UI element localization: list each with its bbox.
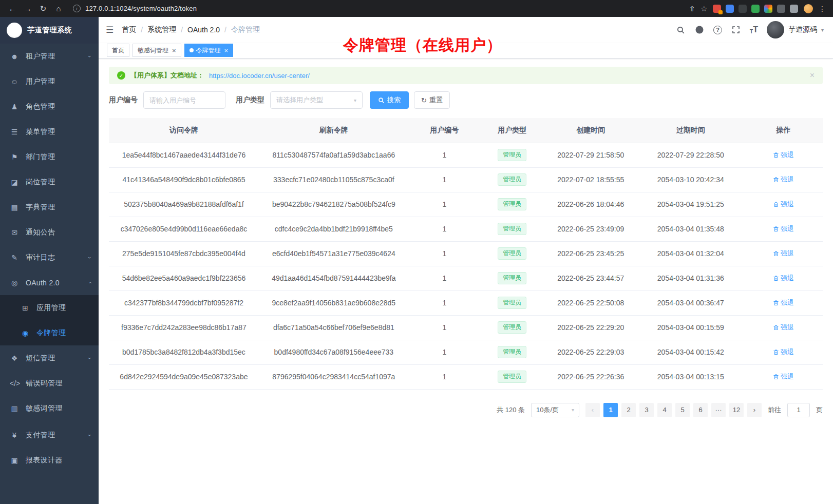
- extension-icon-dark-sphere[interactable]: [739, 5, 747, 13]
- sidebar-item-error-code[interactable]: </>错误码管理: [0, 371, 99, 396]
- search-icon: [378, 97, 385, 104]
- extension-icon-green-circle[interactable]: [751, 5, 760, 13]
- force-logout-button[interactable]: 强退: [773, 224, 794, 234]
- search-icon[interactable]: [675, 25, 686, 35]
- tab-token[interactable]: 令牌管理×: [184, 44, 234, 57]
- goto-page-input[interactable]: [787, 403, 810, 417]
- sidebar-item-user[interactable]: ☺用户管理: [0, 69, 99, 94]
- prev-page-button[interactable]: ‹: [585, 403, 600, 417]
- force-logout-button[interactable]: 强退: [773, 249, 794, 258]
- bookmark-star-icon[interactable]: ☆: [701, 5, 707, 13]
- page-button-3[interactable]: 3: [639, 403, 654, 417]
- address-bar[interactable]: i 127.0.0.1:1024/system/oauth2/token: [67, 2, 686, 15]
- browser-extensions: [713, 5, 798, 13]
- browser-forward-button[interactable]: →: [21, 2, 35, 15]
- breadcrumb-separator: /: [181, 26, 183, 34]
- page-button-1[interactable]: 1: [603, 403, 618, 417]
- access-token-cell: 1ea5e44f8bc1467aaede43144f31de76: [109, 143, 259, 167]
- app-logo-block[interactable]: 芋道管理系统: [0, 17, 99, 44]
- extension-icon-puzzle[interactable]: [777, 5, 785, 13]
- doc-link[interactable]: https://doc.iocoder.cn/user-center/: [209, 72, 310, 80]
- page-button-2[interactable]: 2: [621, 403, 636, 417]
- extension-icon-blue-drop[interactable]: [726, 5, 734, 13]
- breadcrumb-item[interactable]: 首页: [122, 25, 136, 34]
- breadcrumb-item[interactable]: OAuth 2.0: [187, 26, 220, 34]
- refresh-token-cell: be90422b8c7946218275a508bf524fc9: [259, 192, 409, 217]
- fullscreen-icon[interactable]: [731, 25, 741, 35]
- force-logout-button[interactable]: 强退: [773, 347, 794, 357]
- tab-label: 敏感词管理: [138, 46, 168, 55]
- trash-icon: [773, 177, 779, 183]
- sidebar-item-audit-log[interactable]: ✎审计日志›: [0, 245, 99, 270]
- access-token-cell: c342377bf8b344799dcbf7bf095287f2: [109, 290, 259, 315]
- sidebar-item-post[interactable]: ◪岗位管理: [0, 169, 99, 195]
- column-header: 用户编号: [409, 118, 480, 143]
- browser-profile-avatar[interactable]: [804, 4, 813, 13]
- font-size-icon[interactable]: TT: [750, 25, 758, 34]
- sidebar-item-sensitive-word[interactable]: ▥敏感词管理: [0, 396, 99, 421]
- site-info-icon[interactable]: i: [73, 5, 81, 12]
- user-id-cell: 1: [409, 217, 480, 241]
- page-size-select[interactable]: 10条/页 ▾: [531, 403, 579, 417]
- error-code-icon: </>: [10, 379, 19, 387]
- extension-icon-red-grid[interactable]: [713, 5, 721, 13]
- sidebar-menu: ☻租户管理›☺用户管理♟角色管理☰菜单管理⚑部门管理◪岗位管理▤字典管理✉通知公…: [0, 44, 99, 473]
- user-id-input[interactable]: [143, 91, 225, 109]
- active-tab-dot-icon: [190, 48, 194, 52]
- sidebar-item-menu[interactable]: ☰菜单管理: [0, 119, 99, 144]
- share-icon[interactable]: ⇧: [689, 5, 695, 13]
- breadcrumb-item[interactable]: 系统管理: [147, 25, 176, 34]
- sidebar-item-notice[interactable]: ✉通知公告: [0, 220, 99, 245]
- reset-button[interactable]: ↻ 重置: [414, 91, 450, 109]
- access-token-cell: c347026e805e4d99b0d116eae66eda8c: [109, 217, 259, 241]
- close-icon[interactable]: ×: [224, 47, 229, 54]
- sidebar-item-tenant[interactable]: ☻租户管理›: [0, 44, 99, 69]
- help-icon[interactable]: ?: [713, 26, 722, 34]
- sidebar-item-payment[interactable]: ¥支付管理›: [0, 422, 99, 448]
- sidebar-item-dict[interactable]: ▤字典管理: [0, 195, 99, 220]
- close-icon[interactable]: ×: [172, 47, 176, 54]
- sidebar-item-app-mgmt[interactable]: ⊞应用管理: [0, 295, 99, 320]
- sidebar-item-report-designer[interactable]: ▣报表设计器: [0, 448, 99, 473]
- chevron-down-icon: ›: [87, 434, 93, 436]
- more-pages-button[interactable]: ···: [711, 403, 726, 417]
- browser-home-button[interactable]: ⌂: [51, 2, 66, 15]
- alert-close-icon[interactable]: ×: [810, 71, 815, 80]
- sidebar-item-dept[interactable]: ⚑部门管理: [0, 144, 99, 169]
- page-button-4[interactable]: 4: [657, 403, 672, 417]
- github-icon[interactable]: [694, 25, 705, 35]
- user-type-badge: 管理员: [498, 297, 526, 309]
- sidebar-item-oauth2[interactable]: ◎OAuth 2.0›: [0, 270, 99, 295]
- browser-menu-icon[interactable]: ⋮: [819, 5, 826, 13]
- column-header: 访问令牌: [109, 118, 259, 143]
- search-button[interactable]: 搜索: [370, 91, 409, 109]
- extension-icon-side-panel[interactable]: [790, 5, 798, 13]
- force-logout-button[interactable]: 强退: [773, 323, 794, 332]
- next-page-button[interactable]: ›: [747, 403, 762, 417]
- force-logout-button[interactable]: 强退: [773, 175, 794, 184]
- action-cell: 强退: [744, 266, 823, 290]
- page-button-6[interactable]: 6: [693, 403, 708, 417]
- page-button-5[interactable]: 5: [675, 403, 690, 417]
- force-logout-button[interactable]: 强退: [773, 274, 794, 283]
- force-logout-button[interactable]: 强退: [773, 150, 794, 160]
- sidebar-item-token-mgmt[interactable]: ◉令牌管理: [0, 320, 99, 345]
- sidebar-item-role[interactable]: ♟角色管理: [0, 94, 99, 119]
- browser-reload-button[interactable]: ↻: [36, 2, 50, 15]
- browser-back-button[interactable]: ←: [5, 2, 20, 15]
- action-cell: 强退: [744, 143, 823, 167]
- topbar-actions: ? TT 芋道源码 ▾: [675, 21, 824, 38]
- force-logout-button[interactable]: 强退: [773, 200, 794, 209]
- force-logout-button[interactable]: 强退: [773, 298, 794, 307]
- user-type-select[interactable]: 请选择用户类型 ▾: [270, 91, 363, 109]
- trash-icon: [773, 324, 779, 331]
- user-id-cell: 1: [409, 167, 480, 192]
- extension-icon-rainbow[interactable]: [764, 5, 772, 13]
- tab-sensitive-word[interactable]: 敏感词管理×: [132, 44, 181, 57]
- page-button-12[interactable]: 12: [729, 403, 744, 417]
- force-logout-button[interactable]: 强退: [773, 372, 794, 381]
- sidebar-toggle-icon[interactable]: ☰: [106, 25, 113, 35]
- sidebar-item-sms[interactable]: ❖短信管理›: [0, 345, 99, 371]
- tab-home[interactable]: 首页: [107, 44, 129, 57]
- user-menu[interactable]: 芋道源码 ▾: [767, 21, 824, 38]
